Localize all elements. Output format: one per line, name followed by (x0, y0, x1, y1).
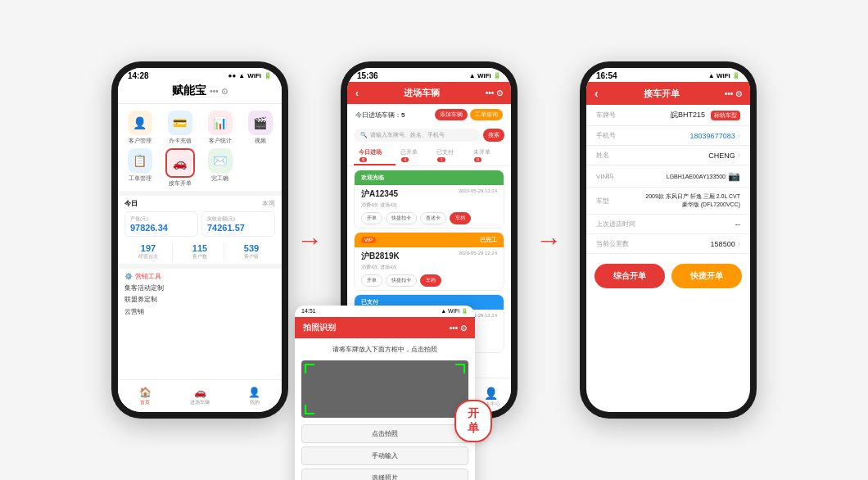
overlay-status-bar: 14:51 ▲ WiFi 🔋 (295, 306, 475, 317)
field-car-model: 车型 2009款 东风日产 轩逸 三厢 2.0L CVT 豪华版 (DFL720… (586, 188, 750, 215)
nav-profile[interactable]: 👤 我的 (227, 387, 282, 406)
tab-today[interactable]: 今日进场 5 (354, 145, 396, 165)
search-input-box[interactable]: 🔍 请输入车牌号、姓名、手机号 (354, 129, 480, 142)
overlay-instruction: 请将车牌放入下面方框中，点击拍照 (301, 345, 468, 354)
stats-header: 今日 本周 (118, 196, 282, 208)
phone1-icons-row2: 📋 工单管理 🚗 接车开单 ✉️ 完工确 (118, 148, 282, 191)
overlay-body: 请将车牌放入下面方框中，点击拍照 点击拍照 手动输入 选择照片 vConsole (295, 338, 475, 480)
num-retention: 539 客户留 (228, 243, 275, 260)
phone2-subheader: 今日进场车辆：5 添加车辆 工单查询 (347, 104, 511, 125)
car-card-1: 欢迎光临 沪A12345 2020-05-29 12:24 消费4次 进场4次 … (354, 170, 504, 229)
field-plate-number: 车牌号 皖BHT215 标轨车型 (586, 105, 750, 126)
arrow2: → (536, 225, 562, 256)
phone2-app-title: ‹ 进场车辆 ••• ⊙ (347, 82, 511, 104)
car1-actions: 开单 快捷扣卡 查述卡 车档 (361, 212, 497, 224)
btn-manual-input[interactable]: 手动输入 (301, 446, 468, 465)
btn-quick-order[interactable]: 快捷开单 (671, 264, 742, 288)
tab-ordered[interactable]: 已开单 4 (396, 145, 432, 165)
tab-paid[interactable]: 已支付 1 (432, 145, 468, 165)
btn-car1-query[interactable]: 查述卡 (420, 212, 446, 224)
btn-car2-order[interactable]: 开单 (361, 274, 382, 287)
nav-home[interactable]: 🏠 首页 (118, 387, 173, 406)
phone1-app-title: 赋能宝 ••• ⊙ (118, 82, 282, 104)
camera-icon[interactable]: 📷 (728, 170, 740, 182)
phone1: 14:28 ●● ▲ WiFi 🔋 赋能宝 ••• ⊙ 👤 客户管理 (111, 61, 288, 419)
btn-comprehensive-order[interactable]: 综合开单 (594, 264, 665, 288)
nav-vehicles[interactable]: 🚗 进场车辆 (173, 387, 228, 406)
stat-actual-revenue: 实收金额(元) 74261.57 (201, 211, 275, 237)
icon-customer-stats[interactable]: 📊 客户统计 (201, 111, 238, 145)
field-last-visit: 上次进店时间 -- (586, 215, 750, 234)
phone2-search-row: 🔍 请输入车牌号、姓名、手机号 搜索 (347, 125, 511, 145)
phone1-numbers: 197 经营台次 115 客户数 539 客户留 (118, 243, 282, 264)
stat-production: 产值(元) 97826.34 (124, 211, 198, 237)
marketing-links: 集客活动定制 联盟券定制 云营销 (118, 283, 282, 318)
btn-search[interactable]: 搜索 (483, 129, 504, 142)
phone1-time: 14:28 (128, 71, 149, 80)
car2-actions: 开单 快捷扣卡 车档 (361, 274, 497, 287)
kaidan-bubble: 开单 (454, 400, 492, 442)
btn-car2-card[interactable]: 快捷扣卡 (386, 274, 417, 287)
overlay-photo-recognition: 14:51 ▲ WiFi 🔋 拍照识别 ••• ⊙ 请将车牌放入下面方框中，点击… (295, 306, 475, 480)
icon-card-recharge[interactable]: 💳 办卡充值 (161, 111, 198, 145)
num-customers: 115 客户数 (176, 243, 224, 260)
btn-car1-archive[interactable]: 车档 (450, 212, 471, 224)
phone3-status-bar: 16:54 ▲ WiFi 🔋 (586, 68, 750, 82)
btn-select-photo[interactable]: 选择照片 (301, 469, 468, 480)
phone2-status-bar: 15:36 ▲ WiFi 🔋 (347, 68, 511, 82)
icon-customer-mgmt[interactable]: 👤 客户管理 (121, 111, 158, 145)
btn-take-photo[interactable]: 点击拍照 (301, 424, 468, 443)
tab-unordered[interactable]: 未开单 0 (468, 145, 504, 165)
phone1-status-icons: ●● ▲ WiFi 🔋 (228, 72, 272, 79)
icon-video[interactable]: 🎬 视频 (242, 111, 278, 145)
icon-empty (242, 148, 278, 188)
num-workorders: 197 经营台次 (124, 243, 173, 260)
overlay-viewfinder (301, 360, 468, 418)
phone2-tabs: 今日进场 5 已开单 4 已支付 1 未开单 0 (347, 145, 511, 166)
car-card-2: VIP 已完工 沪B2819K 2020-05-29 12:24 消费4次 进场… (354, 232, 504, 291)
icon-receive-car[interactable]: 🚗 接车开单 (161, 148, 198, 188)
btn-car1-card[interactable]: 快捷扣卡 (386, 212, 417, 224)
field-mileage: 当前公里数 158500 › (586, 234, 750, 254)
btn-add-vehicle[interactable]: 添加车辆 (435, 109, 468, 120)
btn-work-query[interactable]: 工单查询 (470, 109, 503, 120)
phone1-bottom-nav: 🏠 首页 🚗 进场车辆 👤 我的 (118, 379, 282, 412)
icon-complete-work[interactable]: ✉️ 完工确 (201, 148, 238, 188)
phone1-icons-row1: 👤 客户管理 💳 办卡充值 📊 客户统计 🎬 视频 (118, 104, 282, 148)
icon-workorder-mgmt[interactable]: 📋 工单管理 (121, 148, 158, 188)
phone1-status-bar: 14:28 ●● ▲ WiFi 🔋 (118, 68, 282, 82)
main-scene: 14:28 ●● ▲ WiFi 🔋 赋能宝 ••• ⊙ 👤 客户管理 (95, 45, 773, 435)
field-vin: VIN码 LGBH1AE00AY133500 📷 (586, 165, 750, 188)
phone3: 16:54 ▲ WiFi 🔋 ‹ 接车开单 ••• ⊙ 车牌号 皖BHT215 … (580, 61, 757, 419)
phone3-app-title: ‹ 接车开单 ••• ⊙ (586, 82, 750, 105)
phone3-action-buttons: 综合开单 快捷开单 (586, 254, 750, 293)
btn-car2-archive[interactable]: 车档 (420, 274, 441, 287)
btn-car1-order[interactable]: 开单 (361, 212, 382, 224)
field-phone[interactable]: 手机号 18039677083 › (586, 126, 750, 146)
marketing-tools-title: ⚙️ 营销工具 (118, 269, 282, 283)
overlay-header: 拍照识别 ••• ⊙ (295, 317, 475, 338)
arrow1: → (296, 225, 323, 256)
field-name[interactable]: 姓名 CHENG › (586, 146, 750, 165)
stats-cards: 产值(元) 97826.34 实收金额(元) 74261.57 (118, 208, 282, 240)
